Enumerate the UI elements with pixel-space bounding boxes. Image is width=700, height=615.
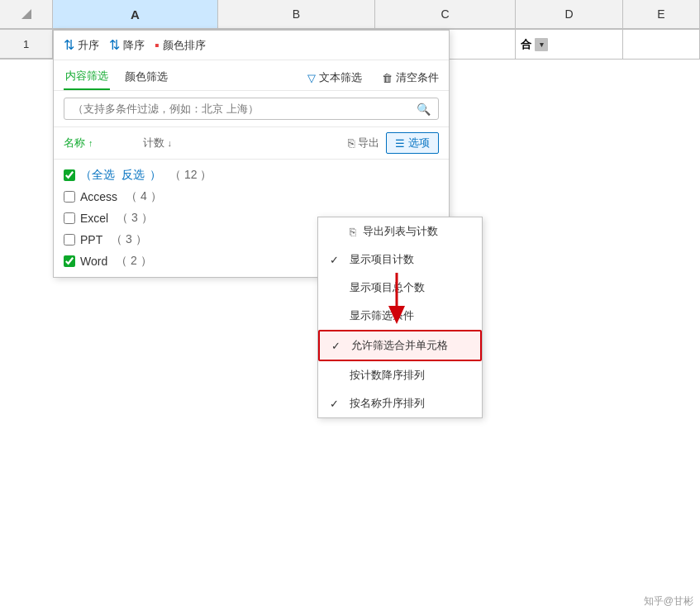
tab-color-filter[interactable]: 颜色筛选: [123, 66, 169, 89]
sort-bar: ⇅ 升序 ⇅ 降序 ▪ 颜色排序: [54, 31, 449, 60]
filter-cell-d[interactable]: 合 ▾: [516, 30, 623, 59]
checkbox-ppt[interactable]: [64, 234, 75, 246]
filter-cell-e: [623, 30, 700, 59]
sort-desc-button[interactable]: ⇅ 降序: [109, 37, 145, 53]
arrow-annotation: [380, 265, 455, 334]
clear-filter-action[interactable]: 🗑 清空条件: [382, 70, 439, 85]
tab-bar: 内容筛选 颜色筛选 ▽ 文本筛选 🗑 清空条件: [54, 60, 449, 91]
reverse-select-link[interactable]: 反选: [121, 168, 145, 183]
sort-asc-icon: ⇅: [64, 37, 74, 53]
col-d-filter-btn[interactable]: ▾: [535, 38, 548, 51]
search-icon: 🔍: [417, 102, 431, 116]
check-show-count: ✓: [330, 254, 343, 266]
checkbox-item-access: Access （ 4 ）: [64, 186, 439, 207]
col-header-d: D: [516, 0, 623, 29]
tab-content-filter[interactable]: 内容筛选: [64, 65, 110, 90]
search-input[interactable]: [64, 98, 439, 120]
color-sort-button[interactable]: ▪ 颜色排序: [155, 38, 206, 53]
text-filter-action[interactable]: ▽ 文本筛选: [307, 70, 362, 85]
list-export-action[interactable]: ⎘ 导出: [348, 136, 379, 150]
color-sort-label: 颜色排序: [163, 38, 206, 53]
list-name-sort[interactable]: 名称 ↑: [64, 136, 93, 150]
checkbox-all[interactable]: [64, 169, 75, 181]
search-bar: 🔍: [54, 91, 449, 127]
svg-marker-0: [21, 9, 31, 19]
checkbox-access[interactable]: [64, 191, 75, 203]
svg-marker-2: [388, 306, 405, 324]
sort-asc-label: 升序: [78, 38, 99, 53]
sort-desc-icon: ⇅: [109, 37, 120, 53]
corner-cell: [0, 0, 53, 29]
checkbox-excel[interactable]: [64, 212, 75, 224]
col-header-a: A: [53, 0, 218, 29]
options-button[interactable]: ☰ 选项: [386, 132, 439, 154]
menu-item-sort-count-desc[interactable]: ✓ 按计数降序排列: [318, 361, 482, 389]
check-sort-name: ✓: [330, 398, 343, 410]
col-header-b: B: [218, 0, 375, 29]
menu-item-export[interactable]: ✓ ⎘ 导出列表与计数: [318, 217, 482, 246]
export-icon: ⎘: [348, 136, 355, 150]
watermark: 知乎@甘彬: [644, 594, 693, 608]
filter-icon: ▽: [307, 72, 316, 84]
checkbox-item-all: （全选 反选 ） （ 12 ）: [64, 164, 439, 186]
list-header: 名称 ↑ 计数 ↓ ⎘ 导出 ☰ 选项: [54, 127, 449, 160]
col-d-label: 合: [521, 37, 531, 52]
row-number-1: 1: [0, 30, 53, 59]
col-header-e: E: [623, 0, 700, 29]
menu-item-allow-merge[interactable]: ✓ 允许筛选合并单元格: [318, 330, 482, 361]
check-allow-merge: ✓: [331, 340, 345, 352]
list-count-sort[interactable]: 计数 ↓: [143, 136, 173, 150]
column-header-row: A B C D E: [0, 0, 700, 30]
trash-icon: 🗑: [382, 72, 393, 84]
export-arrow-icon: ⎘: [350, 226, 356, 238]
menu-icon: ☰: [395, 137, 405, 150]
menu-item-sort-name-asc[interactable]: ✓ 按名称升序排列: [318, 389, 482, 417]
color-sort-icon: ▪: [155, 38, 160, 53]
sort-asc-button[interactable]: ⇅ 升序: [64, 37, 99, 53]
spreadsheet: A B C D E 1 类别 ▾ 图书名称 ▾ 销售 ▾ 合 ▾ ⇅: [0, 0, 700, 615]
sort-desc-label: 降序: [123, 38, 145, 53]
checkbox-word[interactable]: [64, 255, 75, 267]
col-header-c: C: [375, 0, 516, 29]
